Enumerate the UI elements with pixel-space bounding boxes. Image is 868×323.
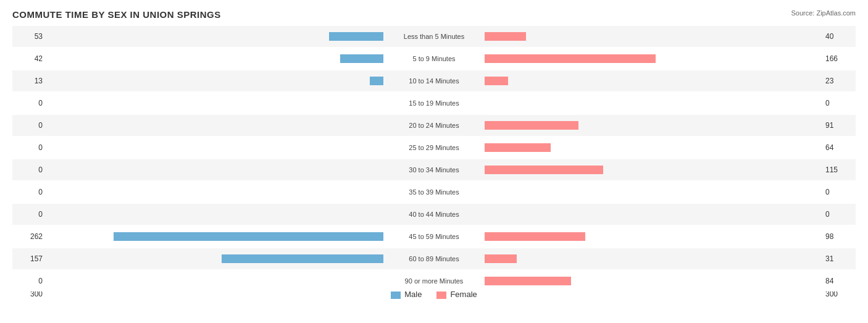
female-value: 0: [822, 99, 856, 107]
bar-center: 60 to 89 Minutes: [46, 250, 822, 267]
row-label: 5 to 9 Minutes: [385, 55, 483, 62]
female-bar: [485, 54, 656, 63]
male-value: 0: [12, 121, 46, 130]
bar-center: 40 to 44 Minutes: [46, 206, 822, 223]
female-value: 115: [822, 166, 856, 174]
female-value: 0: [822, 210, 856, 219]
source-label: Source: ZipAtlas.com: [791, 9, 856, 17]
female-value: 98: [822, 232, 856, 241]
female-bar: [485, 121, 578, 130]
bar-center: 25 to 29 Minutes: [46, 139, 822, 156]
male-bar: [222, 254, 383, 263]
row-label: 35 to 39 Minutes: [385, 188, 483, 196]
row-label: 25 to 29 Minutes: [385, 144, 483, 151]
male-value: 157: [12, 254, 46, 263]
chart-row: 0 25 to 29 Minutes 64: [12, 137, 856, 158]
female-value: 31: [822, 254, 856, 263]
bar-center: 30 to 34 Minutes: [46, 161, 822, 178]
female-bar: [485, 232, 585, 241]
female-value: 0: [822, 188, 856, 196]
male-bar: [340, 54, 383, 63]
row-label: 90 or more Minutes: [385, 277, 483, 285]
female-value: 91: [822, 121, 856, 130]
chart-row: 42 5 to 9 Minutes 166: [12, 48, 856, 69]
bar-center: 15 to 19 Minutes: [46, 94, 822, 112]
bar-center: 10 to 14 Minutes: [46, 72, 822, 90]
bar-center: 5 to 9 Minutes: [46, 50, 822, 67]
female-value: 166: [822, 54, 856, 63]
chart-row: 262 45 to 59 Minutes 98: [12, 226, 856, 247]
row-label: 15 to 19 Minutes: [385, 99, 483, 107]
female-value: 40: [822, 32, 856, 41]
male-value: 42: [12, 54, 46, 63]
bar-center: Less than 5 Minutes: [46, 28, 822, 45]
row-label: 45 to 59 Minutes: [385, 233, 483, 240]
bar-center: 45 to 59 Minutes: [46, 228, 822, 245]
row-label: Less than 5 Minutes: [385, 33, 483, 40]
bar-center: 20 to 24 Minutes: [46, 117, 822, 134]
male-bar: [329, 32, 383, 41]
chart-row: 53 Less than 5 Minutes 40: [12, 26, 856, 47]
chart-row: 0 90 or more Minutes 84: [12, 271, 856, 292]
male-value: 0: [12, 166, 46, 174]
row-label: 10 to 14 Minutes: [385, 77, 483, 85]
row-label: 30 to 34 Minutes: [385, 166, 483, 174]
female-bar: [485, 166, 603, 174]
chart-row: 0 35 to 39 Minutes 0: [12, 182, 856, 203]
row-label: 40 to 44 Minutes: [385, 211, 483, 218]
chart-container: COMMUTE TIME BY SEX IN UNION SPRINGS Sou…: [0, 0, 868, 323]
male-bar: [370, 77, 383, 85]
male-value: 262: [12, 232, 46, 241]
bar-center: 35 to 39 Minutes: [46, 183, 822, 201]
female-value: 23: [822, 77, 856, 85]
male-value: 0: [12, 188, 46, 196]
chart-row: 0 20 to 24 Minutes 91: [12, 115, 856, 136]
row-label: 60 to 89 Minutes: [385, 255, 483, 262]
row-label: 20 to 24 Minutes: [385, 122, 483, 129]
chart-row: 0 40 to 44 Minutes 0: [12, 204, 856, 225]
female-bar: [485, 254, 517, 263]
male-value: 13: [12, 77, 46, 85]
male-value: 0: [12, 143, 46, 152]
bar-center: 90 or more Minutes: [46, 272, 822, 290]
male-value: 0: [12, 99, 46, 107]
male-value: 0: [12, 210, 46, 219]
chart-title: COMMUTE TIME BY SEX IN UNION SPRINGS: [12, 9, 856, 20]
chart-row: 13 10 to 14 Minutes 23: [12, 70, 856, 91]
female-value: 64: [822, 143, 856, 152]
female-value: 84: [822, 277, 856, 285]
chart-row: 0 30 to 34 Minutes 115: [12, 159, 856, 180]
male-value: 53: [12, 32, 46, 41]
chart-row: 0 15 to 19 Minutes 0: [12, 93, 856, 114]
female-bar: [485, 277, 571, 285]
female-bar: [485, 77, 508, 85]
chart-area: 53 Less than 5 Minutes 40 42 5 to 9 Minu…: [12, 26, 856, 285]
male-value: 0: [12, 277, 46, 285]
male-bar: [114, 232, 383, 241]
female-bar: [485, 32, 526, 41]
female-bar: [485, 143, 551, 152]
chart-row: 157 60 to 89 Minutes 31: [12, 248, 856, 269]
